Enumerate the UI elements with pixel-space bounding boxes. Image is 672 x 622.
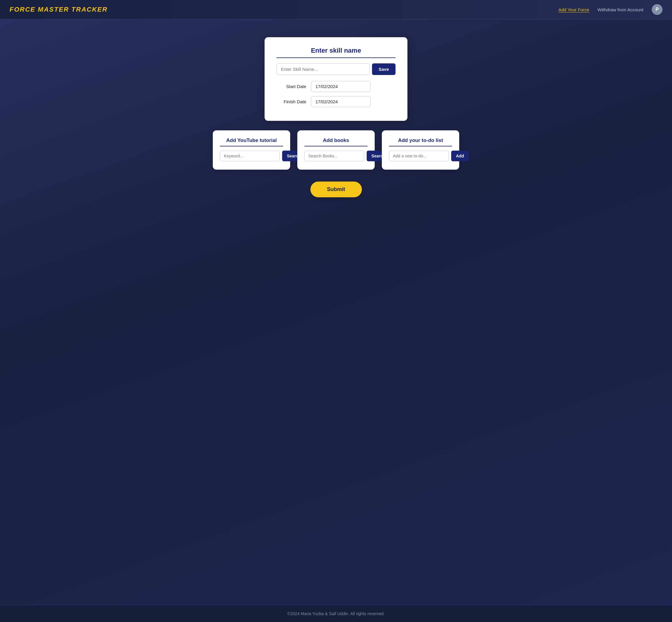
start-date-label: Start Date (277, 84, 306, 89)
todo-input-row: Add (389, 150, 452, 161)
youtube-card: Add YouTube tutorial Search (213, 130, 290, 170)
main-content: Enter skill name Save Start Date Finish … (0, 19, 672, 605)
start-date-input[interactable] (311, 81, 370, 92)
skill-name-input[interactable] (277, 63, 369, 75)
cards-row: Add YouTube tutorial Search Add books Se… (213, 130, 459, 170)
nav-withdraw[interactable]: Withdraw from Account (598, 7, 643, 12)
submit-button[interactable]: Submit (310, 181, 362, 197)
todo-card-title: Add your to-do list (389, 138, 452, 146)
finish-date-input[interactable] (311, 96, 370, 107)
books-card: Add books Search (297, 130, 375, 170)
youtube-search-input[interactable] (220, 150, 280, 161)
finish-date-row: Finish Date (277, 96, 395, 107)
skill-card: Enter skill name Save Start Date Finish … (264, 37, 408, 121)
books-input-row: Search (305, 150, 367, 161)
todo-input[interactable] (389, 150, 449, 161)
youtube-card-title: Add YouTube tutorial (220, 138, 283, 146)
skill-card-title: Enter skill name (277, 47, 395, 58)
footer-text: ©2024 Maria Yuzba & Saif Uddin. All righ… (287, 611, 385, 616)
header: Force Master Tracker Add Your Force With… (0, 0, 672, 19)
avatar[interactable]: P (652, 4, 663, 15)
logo: Force Master Tracker (9, 6, 108, 13)
start-date-row: Start Date (277, 81, 395, 92)
save-button[interactable]: Save (372, 63, 395, 75)
books-search-input[interactable] (305, 150, 364, 161)
skill-input-row: Save (277, 63, 395, 75)
books-card-title: Add books (305, 138, 367, 146)
youtube-input-row: Search (220, 150, 283, 161)
nav: Add Your Force Withdraw from Account P (558, 4, 663, 15)
nav-add-force[interactable]: Add Your Force (558, 7, 589, 12)
finish-date-label: Finish Date (277, 99, 306, 104)
footer: ©2024 Maria Yuzba & Saif Uddin. All righ… (0, 605, 672, 622)
todo-add-button[interactable]: Add (451, 150, 469, 161)
todo-card: Add your to-do list Add (382, 130, 459, 170)
